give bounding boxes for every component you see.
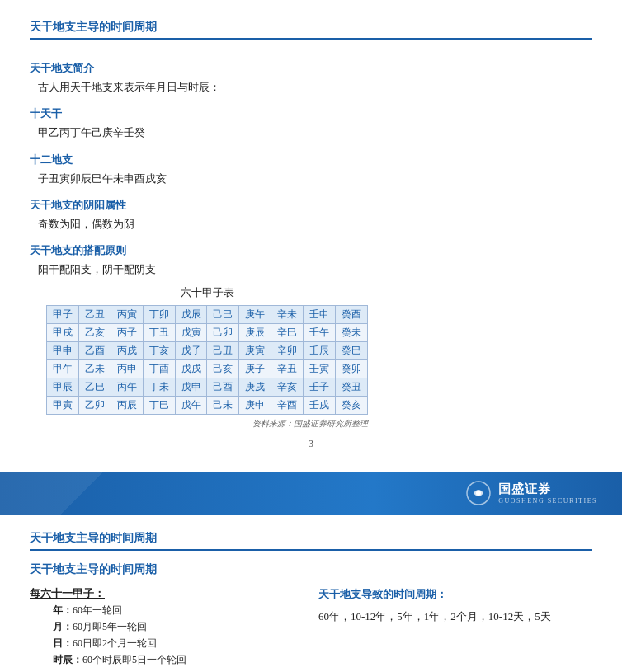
table-cell: 丙子 (111, 324, 143, 342)
table-cell: 丁酉 (143, 360, 175, 378)
dizhi-title: 十二地支 (30, 153, 277, 167)
table-cell: 乙亥 (78, 324, 111, 342)
jiazi-label: 每六十一甲子： (30, 587, 294, 601)
jiazi-table: 甲子乙丑丙寅丁卯戊辰己巳庚午辛未壬申癸酉甲戌乙亥丙子丁丑戊寅己卯庚辰辛巳壬午癸未… (46, 305, 368, 415)
intro-title: 天干地支简介 (30, 61, 277, 76)
table-cell: 丙辰 (111, 397, 143, 415)
table-cell: 乙丑 (78, 306, 111, 324)
divider-banner: 国盛证券 GUOSHENG SECURITIES (0, 472, 622, 515)
right-column: 六十甲子表 甲子乙丑丙寅丁卯戊辰己巳庚午辛未壬申癸酉甲戌乙亥丙子丁丑戊寅己卯庚辰… (46, 279, 368, 430)
table-cell: 戊辰 (175, 306, 207, 324)
table-cell: 辛丑 (271, 360, 304, 378)
table-cell: 乙未 (78, 360, 111, 378)
table-cell: 壬寅 (304, 360, 336, 378)
table-title: 六十甲子表 (46, 285, 368, 300)
tiangan-title: 十天干 (30, 106, 277, 121)
peihe-body: 阳干配阳支，阴干配阴支 (38, 261, 277, 279)
yinyang-body: 奇数为阳，偶数为阴 (38, 216, 277, 233)
table-cell: 辛未 (271, 306, 304, 324)
table-cell: 乙卯 (78, 397, 111, 415)
table-cell: 甲戌 (47, 324, 79, 342)
table-cell: 癸卯 (336, 360, 368, 378)
table-cell: 己卯 (207, 324, 239, 342)
table-cell: 丙寅 (111, 306, 143, 324)
list-item: 年：60年一轮回 (53, 603, 294, 619)
jiazi-section: 每六十一甲子： 年：60年一轮回月：60月即5年一轮回日：60日即2个月一轮回时… (30, 587, 294, 668)
table-cell: 乙巳 (78, 378, 111, 397)
right-value: 60年，10-12年，5年，1年，2个月，10-12天，5天 (318, 607, 592, 626)
table-cell: 丁未 (143, 378, 175, 397)
brand-name: 国盛证券 (498, 482, 551, 496)
page1: 天干地支主导的时间周期 天干地支简介 古人用天干地支来表示年月日与时辰： 十天干… (0, 0, 622, 472)
brand-icon (465, 480, 492, 506)
table-cell: 戊寅 (175, 324, 207, 342)
table-cell: 壬辰 (304, 342, 336, 360)
table-cell: 乙酉 (78, 342, 111, 360)
table-cell: 癸亥 (336, 397, 368, 415)
table-cell: 癸未 (336, 324, 368, 342)
table-cell: 丁卯 (143, 306, 175, 324)
table-cell: 癸巳 (336, 342, 368, 360)
table-cell: 辛亥 (271, 378, 304, 397)
page1-main-title: 天干地支主导的时间周期 (30, 20, 592, 40)
tiangan-body: 甲乙丙丁午己庚辛壬癸 (38, 125, 277, 142)
table-cell: 甲辰 (47, 378, 79, 397)
table-cell: 丁巳 (143, 397, 175, 415)
table-cell: 己亥 (207, 360, 239, 378)
table-cell: 己巳 (207, 306, 239, 324)
table-cell: 庚子 (239, 360, 271, 378)
table-cell: 甲申 (47, 342, 79, 360)
table-cell: 辛巳 (271, 324, 304, 342)
right-heading: 天干地支导致的时间周期： (318, 587, 592, 602)
list-item: 时辰：60个时辰即5日一个轮回 (53, 652, 294, 669)
col-right: 天干地支导致的时间周期： 60年，10-12年，5年，1年，2个月，10-12天… (318, 587, 592, 672)
two-col-layout: 每六十一甲子： 年：60年一轮回月：60月即5年一轮回日：60日即2个月一轮回时… (30, 587, 592, 672)
source-note: 资料来源：国盛证券研究所整理 (46, 418, 368, 430)
table-cell: 壬申 (304, 306, 336, 324)
list-item: 月：60月即5年一轮回 (53, 619, 294, 636)
table-cell: 己酉 (207, 378, 239, 397)
left-column: 天干地支简介 古人用天干地支来表示年月日与时辰： 十天干 甲乙丙丁午己庚辛壬癸 … (30, 51, 277, 279)
dizhi-body: 子丑寅卯辰巳午未申酉戌亥 (38, 171, 277, 188)
table-cell: 丁丑 (143, 324, 175, 342)
table-cell: 丙申 (111, 360, 143, 378)
peihe-title: 天干地支的搭配原则 (30, 243, 277, 258)
yinyang-title: 天干地支的阴阳属性 (30, 198, 277, 213)
svg-point-1 (476, 491, 481, 496)
brand-logo: 国盛证券 GUOSHENG SECURITIES (465, 480, 597, 506)
table-cell: 己未 (207, 397, 239, 415)
table-cell: 戊戌 (175, 360, 207, 378)
table-cell: 丙戌 (111, 342, 143, 360)
table-cell: 庚辰 (239, 324, 271, 342)
table-cell: 壬午 (304, 324, 336, 342)
intro-body: 古人用天干地支来表示年月日与时辰： (38, 79, 277, 96)
table-cell: 庚戌 (239, 378, 271, 397)
table-cell: 庚寅 (239, 342, 271, 360)
table-cell: 己丑 (207, 342, 239, 360)
table-cell: 癸丑 (336, 378, 368, 397)
page2-main-title: 天干地支主导的时间周期 (30, 531, 592, 551)
table-cell: 丁亥 (143, 342, 175, 360)
table-cell: 壬戌 (304, 397, 336, 415)
page2: 天干地支主导的时间周期 天干地支主导的时间周期 每六十一甲子： 年：60年一轮回… (0, 515, 622, 672)
col-left: 每六十一甲子： 年：60年一轮回月：60月即5年一轮回日：60日即2个月一轮回时… (30, 587, 294, 672)
page2-section-title: 天干地支主导的时间周期 (30, 562, 592, 577)
table-cell: 甲午 (47, 360, 79, 378)
table-cell: 甲寅 (47, 397, 79, 415)
table-cell: 庚申 (239, 397, 271, 415)
table-cell: 癸酉 (336, 306, 368, 324)
table-cell: 戊子 (175, 342, 207, 360)
list-item: 日：60日即2个月一轮回 (53, 636, 294, 652)
table-cell: 庚午 (239, 306, 271, 324)
page-number: 3 (30, 430, 592, 455)
table-cell: 壬子 (304, 378, 336, 397)
table-cell: 辛卯 (271, 342, 304, 360)
table-cell: 戊申 (175, 378, 207, 397)
table-cell: 丙午 (111, 378, 143, 397)
jiazi-items: 年：60年一轮回月：60月即5年一轮回日：60日即2个月一轮回时辰：60个时辰即… (53, 603, 294, 668)
brand-en: GUOSHENG SECURITIES (498, 497, 597, 505)
table-cell: 甲子 (47, 306, 79, 324)
wave-decor (0, 472, 373, 515)
table-cell: 辛酉 (271, 397, 304, 415)
table-cell: 戊午 (175, 397, 207, 415)
